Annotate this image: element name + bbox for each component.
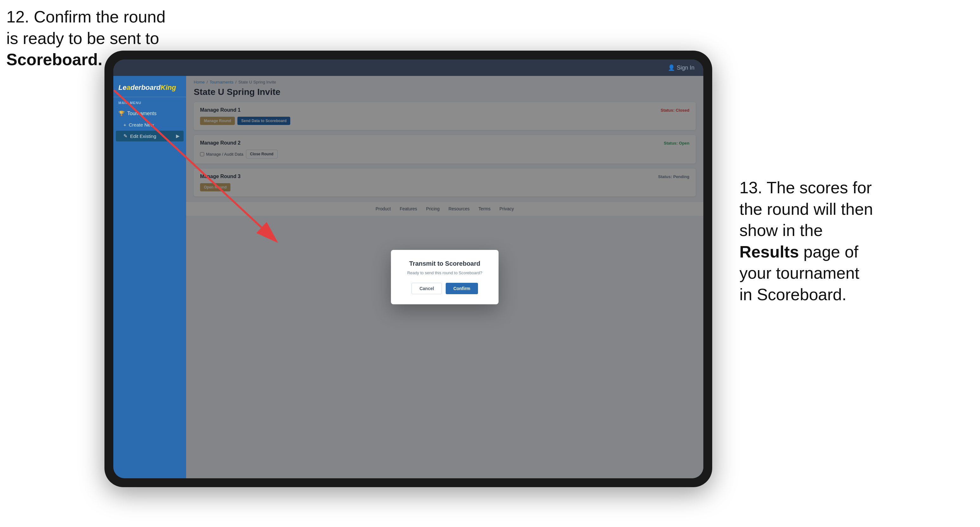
user-icon: 👤 — [668, 64, 675, 71]
top-bar: 👤 Sign In — [113, 59, 703, 76]
logo: LeaderboardKing — [118, 84, 181, 92]
tablet-frame: 👤 Sign In LeaderboardKing MAIN MENU 🏆 To… — [105, 51, 712, 487]
transmit-modal: Transmit to Scoreboard Ready to send thi… — [391, 250, 498, 304]
trophy-icon: 🏆 — [118, 110, 125, 116]
main-menu-label: MAIN MENU — [113, 101, 186, 107]
sidebar-edit-existing[interactable]: ✎ Edit Existing ▶ — [116, 131, 184, 141]
edit-icon: ✎ — [123, 133, 127, 139]
logo-area: LeaderboardKing — [113, 81, 186, 97]
annotation-right: 13. The scores for the round will then s… — [740, 177, 961, 306]
tablet-screen: 👤 Sign In LeaderboardKing MAIN MENU 🏆 To… — [113, 59, 703, 478]
cursor-indicator: ▶ — [176, 133, 180, 139]
annotation-top: 12. Confirm the round is ready to be sen… — [6, 6, 165, 71]
modal-title: Transmit to Scoreboard — [402, 260, 487, 267]
create-new-label: Create New — [129, 122, 154, 127]
sidebar-create-new[interactable]: + Create New — [113, 119, 186, 130]
sign-in-button[interactable]: 👤 Sign In — [668, 64, 694, 71]
modal-subtitle: Ready to send this round to Scoreboard? — [402, 270, 487, 275]
modal-cancel-button[interactable]: Cancel — [412, 283, 442, 294]
content-area: Home / Tournaments / State U Spring Invi… — [186, 76, 703, 478]
edit-existing-label: Edit Existing — [130, 133, 156, 139]
plus-icon: + — [123, 122, 126, 127]
modal-actions: Cancel Confirm — [402, 283, 487, 294]
modal-confirm-button[interactable]: Confirm — [446, 283, 478, 294]
tournaments-label: Tournaments — [127, 111, 157, 116]
sidebar: LeaderboardKing MAIN MENU 🏆 Tournaments … — [113, 76, 186, 478]
main-layout: LeaderboardKing MAIN MENU 🏆 Tournaments … — [113, 76, 703, 478]
sidebar-item-tournaments[interactable]: 🏆 Tournaments — [113, 107, 186, 119]
dim-overlay: Transmit to Scoreboard Ready to send thi… — [186, 76, 703, 478]
